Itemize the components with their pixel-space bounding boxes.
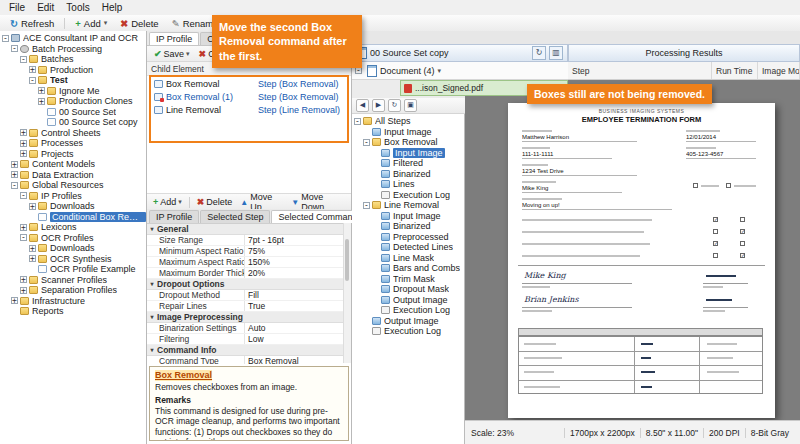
tree-item-execution-log[interactable]: Execution Log — [352, 305, 464, 316]
child-element-type-link[interactable]: Step (Box Removal) — [258, 92, 339, 102]
tree-item-lines[interactable]: Lines — [352, 179, 464, 190]
expander-icon[interactable]: - — [20, 56, 27, 63]
tree-item-execution-log[interactable]: Execution Log — [352, 326, 464, 337]
property-value[interactable]: True — [244, 301, 344, 311]
child-element-row[interactable]: Line RemovalStep (Line Removal) — [151, 103, 347, 116]
menu-edit[interactable]: Edit — [31, 2, 60, 13]
document-selector[interactable]: - Document (4) ▾ — [352, 62, 568, 80]
tree-item-ace-consultant-ip-and-ocr[interactable]: -ACE Consultant IP and OCR — [0, 33, 146, 44]
tree-item-line-removal[interactable]: -Line Removal — [352, 200, 464, 211]
tree-item-output-image[interactable]: Output Image — [352, 316, 464, 327]
tree-item-00-source-set[interactable]: 00 Source Set — [0, 107, 146, 118]
expander-icon[interactable]: + — [11, 297, 18, 304]
scrollbar-thumb[interactable] — [345, 239, 349, 281]
tree-item-downloads[interactable]: +Downloads — [0, 243, 146, 254]
property-value[interactable]: 7pt - 16pt — [244, 235, 344, 245]
column-header-step[interactable]: Step — [568, 62, 712, 79]
tree-item-projects[interactable]: +Projects — [0, 149, 146, 160]
property-row[interactable]: Binarization SettingsAuto — [147, 323, 344, 334]
expander-icon[interactable]: + — [20, 150, 27, 157]
tree-item-trim-mask[interactable]: Trim Mask — [352, 274, 464, 285]
tree-item-detected-lines[interactable]: Detected Lines — [352, 242, 464, 253]
tab-ip-profile[interactable]: IP Profile — [149, 32, 199, 45]
child-element-type-link[interactable]: Step (Box Removal) — [258, 79, 339, 89]
expander-icon[interactable]: - — [354, 118, 361, 125]
property-value[interactable]: 150% — [244, 257, 344, 267]
expander-icon[interactable]: + — [29, 203, 36, 210]
tree-item-ip-profiles[interactable]: -IP Profiles — [0, 191, 146, 202]
expander-icon[interactable]: + — [29, 245, 36, 252]
prev-step-icon[interactable]: ◀ — [356, 99, 369, 112]
property-row[interactable]: FilteringLow — [147, 334, 344, 345]
tree-item-input-image[interactable]: Input Image — [352, 148, 464, 159]
tree-item-conditional-box-removal[interactable]: Conditional Box Removal — [0, 212, 146, 223]
tree-item-batches[interactable]: -Batches — [0, 54, 146, 65]
expander-icon[interactable]: - — [29, 77, 36, 84]
expander-icon[interactable]: + — [11, 171, 18, 178]
tree-item-lexicons[interactable]: +Lexicons — [0, 222, 146, 233]
child-element-row[interactable]: Box Removal (1)Step (Box Removal) — [151, 90, 347, 103]
source-set-header[interactable]: 00 Source Set copy ↻ ▥ — [352, 44, 568, 62]
expander-icon[interactable]: + — [29, 66, 36, 73]
tree-item-scanner-profiles[interactable]: +Scanner Profiles — [0, 275, 146, 286]
menu-file[interactable]: File — [3, 2, 31, 13]
expander-icon[interactable]: + — [38, 87, 45, 94]
tree-item-separation-profiles[interactable]: +Separation Profiles — [0, 285, 146, 296]
property-value[interactable]: 75% — [244, 246, 344, 256]
property-row[interactable]: Maximum Border Thickness20% — [147, 268, 344, 279]
expander-icon[interactable]: - — [11, 45, 18, 52]
tree-item-dropout-mask[interactable]: Dropout Mask — [352, 284, 464, 295]
tree-item-filtered[interactable]: Filtered — [352, 158, 464, 169]
property-row[interactable]: Repair LinesTrue — [147, 301, 344, 312]
expander-icon[interactable]: + — [20, 129, 27, 136]
property-value[interactable]: 20% — [244, 268, 344, 278]
tab-ip-profile[interactable]: IP Profile — [149, 210, 199, 223]
tree-item-00-source-set-copy[interactable]: 00 Source Set copy — [0, 117, 146, 128]
tree-item-input-image[interactable]: Input Image — [352, 211, 464, 222]
expander-icon[interactable]: + — [29, 255, 36, 262]
tree-item-downloads[interactable]: +Downloads — [0, 201, 146, 212]
tree-item-data-extraction[interactable]: +Data Extraction — [0, 170, 146, 181]
expander-icon[interactable]: + — [11, 161, 18, 168]
refresh-icon[interactable]: ↻ — [388, 99, 401, 112]
tree-item-binarized[interactable]: Binarized — [352, 221, 464, 232]
tab-selected-step[interactable]: Selected Step — [200, 210, 270, 223]
tree-item-ocr-profile-example[interactable]: OCR Profile Example — [0, 264, 146, 275]
next-step-icon[interactable]: ▶ — [372, 99, 385, 112]
child-element-row[interactable]: Box RemovalStep (Box Removal) — [151, 77, 347, 90]
tree-item-line-mask[interactable]: Line Mask — [352, 253, 464, 264]
layout-icon[interactable]: ▥ — [549, 46, 563, 60]
expander-icon[interactable]: - — [20, 234, 27, 241]
property-group-header[interactable]: ▾Command Info — [147, 345, 344, 356]
property-group-header[interactable]: ▾Image Preprocessing — [147, 312, 344, 323]
refresh-button[interactable]: ↻Refresh — [4, 16, 60, 31]
property-row[interactable]: Size Range7pt - 16pt — [147, 235, 344, 246]
expander-icon[interactable]: - — [363, 202, 370, 209]
tree-item-all-steps[interactable]: -All Steps — [352, 116, 464, 127]
property-value[interactable]: Fill — [244, 290, 344, 300]
menu-tools[interactable]: Tools — [60, 2, 95, 13]
child-element-type-link[interactable]: Step (Line Removal) — [258, 105, 340, 115]
tree-item-global-resources[interactable]: -Global Resources — [0, 180, 146, 191]
expander-icon[interactable]: - — [20, 192, 27, 199]
tree-item-control-sheets[interactable]: +Control Sheets — [0, 128, 146, 139]
tree-item-production[interactable]: +Production — [0, 65, 146, 76]
expander-icon[interactable]: - — [363, 139, 370, 146]
tree-item-production-clones[interactable]: +Production Clones — [0, 96, 146, 107]
expander-icon[interactable]: + — [20, 224, 27, 231]
delete-step-button[interactable]: ✖Delete — [193, 196, 237, 209]
column-header-image-mo[interactable]: Image Mo... — [758, 62, 800, 79]
delete-button[interactable]: ✖Delete — [114, 16, 164, 31]
expander-icon[interactable]: - — [11, 182, 18, 189]
save-button[interactable]: ✔Save▾ — [150, 47, 194, 60]
move-up-button[interactable]: ▲Move Up — [236, 196, 287, 209]
tree-item-content-models[interactable]: +Content Models — [0, 159, 146, 170]
tree-item-processes[interactable]: +Processes — [0, 138, 146, 149]
tree-item-output-image[interactable]: Output Image — [352, 295, 464, 306]
tree-item-box-removal[interactable]: -Box Removal — [352, 137, 464, 148]
expander-icon[interactable]: + — [20, 276, 27, 283]
refresh-icon[interactable]: ↻ — [532, 46, 546, 60]
expander-icon[interactable]: - — [2, 35, 9, 42]
add-step-button[interactable]: +Add▾ — [149, 196, 186, 209]
thumbnails-icon[interactable]: ▣ — [404, 99, 417, 112]
